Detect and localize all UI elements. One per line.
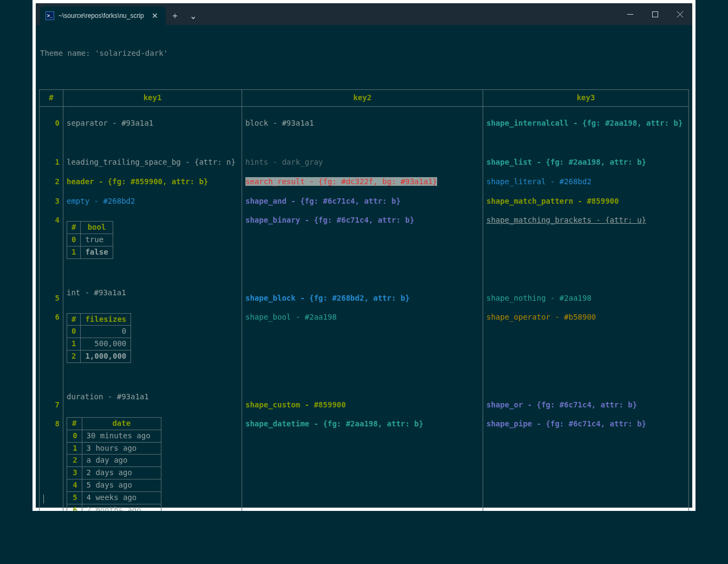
bool-subtable: #bool 0true 1false [67,221,113,259]
sub-val: 1,000,000 [81,351,131,363]
titlebar: >_ ~\source\repos\forks\nu_scrip ✕ ＋ ⌄ [36,3,692,25]
sub-val: 3 hours ago [82,442,161,455]
cell: shape_custom - #859900 [245,400,479,410]
cell: shape_or - {fg: #6c71c4, attr: b} [486,400,685,410]
cell: shape_match_pattern - #859900 [486,197,685,206]
sub-idx: 0 [67,234,81,247]
cell: block - #93a1a1 [245,119,479,128]
cell: search_result - {fg: #dc322f, bg: #93a1a… [245,177,437,186]
sub-val: 4 weeks ago [82,492,161,504]
date-subtable: #date 030 minutes ago 13 hours ago 2a da… [67,417,161,511]
row-index-col: 0 1 2 3 4 5 6 7 8 9 10 11 12 13 14 15 16… [40,107,63,511]
cell: shape_binary - {fg: #6c71c4, attr: b} [245,216,479,225]
cell: shape_list - {fg: #2aa198, attr: b} [486,158,685,167]
header-key3: key3 [483,90,689,107]
cell: shape_block - {fg: #268bd2, attr: b} [245,294,479,303]
sub-val: a day ago [82,455,161,467]
sub-val: true [81,234,113,247]
cell: duration - #93a1a1 [67,392,238,402]
sub-val: false [81,247,113,259]
rownum: 6 [43,313,60,322]
theme-table: # key1 key2 key3 0 1 2 3 4 5 6 7 8 9 10 … [39,89,689,511]
theme-label: Theme name: [40,49,95,57]
window-frame: >_ ~\source\repos\forks\nu_scrip ✕ ＋ ⌄ T… [32,0,696,511]
sub-idx: 2 [67,455,82,467]
tab-close-button[interactable]: ✕ [148,10,161,21]
new-tab-button[interactable]: ＋ [166,7,184,25]
rownum: 4 [43,216,60,225]
cell: leading_trailing_space_bg - {attr: n} [67,158,238,167]
terminal-viewport[interactable]: Theme name: 'solarized-dark' # key1 key2… [36,25,692,508]
cell: int - #93a1a1 [67,288,238,298]
table-row: 0 1 2 3 4 5 6 7 8 9 10 11 12 13 14 15 16… [40,107,689,511]
rownum: 2 [43,177,60,187]
rownum: 5 [43,294,60,303]
filesize-subtable: #filesizes 00 1500,000 21,000,000 [67,313,131,364]
sub-header: filesizes [81,313,131,326]
sub-val: 5 days ago [82,479,161,492]
key1-col: separator - #93a1a1 leading_trailing_spa… [63,107,242,511]
theme-name: 'solarized-dark' [95,49,168,57]
sub-idx: 0 [67,326,81,338]
sub-idx-header: # [67,417,82,430]
cell: separator - #93a1a1 [67,119,238,128]
svg-rect-1 [652,11,658,17]
sub-val: 500,000 [81,338,131,351]
sub-idx: 5 [67,492,82,504]
cell: shape_matching_brackets - {attr: u} [486,216,685,225]
header-key2: key2 [242,90,483,107]
tab-dropdown-button[interactable]: ⌄ [184,7,203,25]
key2-col: block - #93a1a1 hints - dark_gray search… [242,107,483,511]
rownum: 3 [43,197,60,206]
sub-idx: 3 [67,467,82,479]
cell: hints - dark_gray [245,158,479,167]
theme-line: Theme name: 'solarized-dark' [39,49,689,59]
sub-idx: 0 [67,430,82,442]
cell: shape_internalcall - {fg: #2aa198, attr:… [486,119,685,128]
terminal-tab[interactable]: >_ ~\source\repos\forks\nu_scrip ✕ [40,7,166,25]
sub-idx-header: # [67,222,81,234]
sub-header: date [82,417,161,430]
window-controls [618,3,692,25]
sub-idx: 1 [67,338,81,351]
header-idx: # [40,90,63,107]
rownum: 8 [43,419,60,429]
sub-val: 2 months ago [82,504,161,511]
tab-title: ~\source\repos\forks\nu_scrip [58,12,144,20]
cell: shape_operator - #b58900 [486,313,685,322]
cell: shape_literal - #268bd2 [486,177,685,187]
cell: shape_pipe - {fg: #6c71c4, attr: b} [486,419,685,429]
cell: shape_bool - #2aa198 [245,313,479,322]
cell: shape_datetime - {fg: #2aa198, attr: b} [245,419,479,429]
key3-col: shape_internalcall - {fg: #2aa198, attr:… [483,107,689,511]
cell: empty - #268bd2 [67,197,238,206]
sub-idx: 1 [67,442,82,455]
cell: shape_nothing - #2aa198 [486,294,685,303]
sub-val: 2 days ago [82,467,161,479]
cursor [43,495,44,503]
sub-idx: 2 [67,351,81,363]
rownum: 1 [43,158,60,167]
sub-idx: 6 [67,504,82,511]
rownum: 7 [43,400,60,410]
sub-val: 0 [81,326,131,338]
sub-val: 30 minutes ago [82,430,161,442]
cell: header - {fg: #859900, attr: b} [67,177,238,187]
close-button[interactable] [667,3,692,25]
sub-idx: 4 [67,479,82,492]
minimize-button[interactable] [618,3,642,25]
header-key1: key1 [63,90,242,107]
powershell-icon: >_ [46,11,54,20]
sub-header: bool [81,222,113,234]
cell: shape_and - {fg: #6c71c4, attr: b} [245,197,479,206]
maximize-button[interactable] [642,3,667,25]
sub-idx: 1 [67,247,81,259]
sub-idx-header: # [67,313,81,326]
rownum: 0 [43,119,60,128]
